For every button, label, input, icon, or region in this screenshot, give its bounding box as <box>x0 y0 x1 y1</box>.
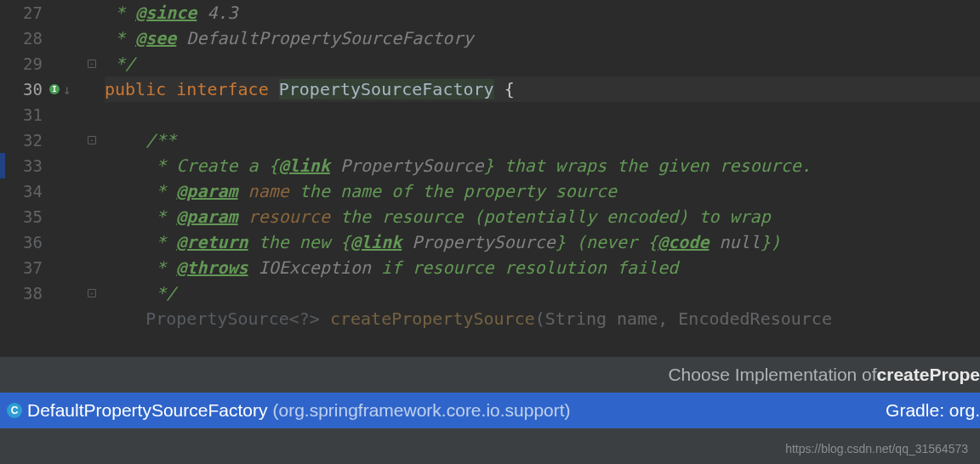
javadoc-end: */ <box>145 283 176 303</box>
fold-end-icon[interactable]: - <box>88 289 96 297</box>
line-number: 30 <box>0 80 47 99</box>
gutter-line: 33 <box>0 153 98 178</box>
comment-text: the name of the property source <box>289 181 617 201</box>
fold-end-icon[interactable]: - <box>88 59 96 68</box>
implementation-class-name: DefaultPropertySourceFactory <box>27 400 267 421</box>
code-line <box>105 102 980 127</box>
line-number: 38 <box>0 284 47 303</box>
method-args: (String name, EncodedResource <box>535 308 832 329</box>
param-name: name <box>238 181 289 201</box>
comment-text: } that wraps the given resource. <box>484 156 812 176</box>
doctag-param: @param <box>176 181 237 201</box>
comment-class-ref: PropertySource <box>330 156 484 176</box>
line-number: 32 <box>0 131 47 150</box>
line-number: 29 <box>0 54 47 73</box>
line-number: 34 <box>0 182 47 201</box>
code-line: */ <box>105 280 980 306</box>
gutter-line: 30 I ↓ <box>0 76 98 102</box>
keyword-interface: interface <box>176 79 278 99</box>
code-line: * @return the new {@link PropertySource}… <box>105 229 980 255</box>
comment-text: the new { <box>248 232 350 252</box>
line-number: 28 <box>0 29 47 48</box>
code-line: * @param name the name of the property s… <box>105 178 980 204</box>
fold-start-icon[interactable]: - <box>88 136 96 144</box>
comment-class-ref: PropertySource <box>402 232 556 252</box>
code-editor: 27 28 29 - 30 I ↓ 31 32 - 33 34 35 36 37… <box>0 0 980 464</box>
line-number: 33 <box>0 156 47 175</box>
param-name: resource <box>238 207 330 227</box>
comment-text: }) <box>761 232 781 252</box>
gutter-line: 27 <box>0 0 98 25</box>
comment-text: if resource resolution failed <box>371 257 678 278</box>
comment-star: * <box>105 3 135 23</box>
comment-star: * <box>145 207 176 227</box>
comment-star: * <box>145 181 176 201</box>
gutter-line: 28 <box>0 25 98 51</box>
comment-end: */ <box>105 54 135 74</box>
doctag-param: @param <box>176 207 237 227</box>
doctag-return: @return <box>176 232 248 252</box>
gutter-line: 31 <box>0 102 98 127</box>
gutter-line: 32 - <box>0 127 98 153</box>
popup-title-method: createPrope <box>877 365 980 385</box>
comment-text: } (never { <box>556 232 658 252</box>
doctag-see: @see <box>135 28 176 48</box>
popup-title-prefix: Choose Implementation of <box>668 365 876 385</box>
line-number: 36 <box>0 233 47 252</box>
code-line: * @param resource the resource (potentia… <box>105 204 980 229</box>
code-line: * @throws IOException if resource resolu… <box>105 255 980 280</box>
gutter-line: 38 - <box>0 280 98 306</box>
brace: { <box>494 79 515 99</box>
javadoc-open: /** <box>145 130 176 150</box>
comment-class-ref: DefaultPropertySourceFactory <box>176 28 473 48</box>
gutter-line: 34 <box>0 178 98 204</box>
comment-star: * <box>145 156 176 176</box>
implementation-item-selected[interactable]: C DefaultPropertySourceFactory (org.spri… <box>0 393 980 428</box>
method-name: createPropertySource <box>330 308 535 329</box>
implementation-source: Gradle: org. <box>886 400 980 421</box>
exception-name: IOException <box>248 257 372 278</box>
gutter-line: 36 <box>0 229 98 255</box>
comment-text: null <box>709 232 761 252</box>
line-number: 31 <box>0 105 47 124</box>
class-icon: C <box>7 403 22 418</box>
code-line-current: public interface PropertySourceFactory { <box>105 76 980 102</box>
code-line: * @see DefaultPropertySourceFactory <box>105 25 980 51</box>
comment-star: * <box>145 232 176 252</box>
implementation-package: (org.springframework.core.io.support) <box>272 400 570 421</box>
doctag-code: @code <box>658 232 709 252</box>
line-number: 37 <box>0 258 47 277</box>
implementations-gutter-icon[interactable]: I <box>49 84 60 94</box>
doctag-link: @link <box>279 156 330 176</box>
return-type: PropertySource<?> <box>145 308 330 329</box>
comment-text: Create a { <box>176 156 278 176</box>
keyword-public: public <box>105 79 176 99</box>
doctag-since: @since <box>135 3 197 23</box>
comment-text: the resource (potentially encoded) to wr… <box>330 207 771 227</box>
code-line: /** <box>105 127 980 153</box>
comment-star: * <box>145 257 176 278</box>
watermark-text: https://blog.csdn.net/qq_31564573 <box>0 437 975 461</box>
choose-implementation-popup: Choose Implementation of createPrope C D… <box>0 357 980 464</box>
line-number: 27 <box>0 3 47 22</box>
code-line: * Create a {@link PropertySource} that w… <box>105 153 980 178</box>
gutter-line: 29 - <box>0 51 98 76</box>
code-line: */ <box>105 51 980 76</box>
code-line: PropertySource<?> createPropertySource(S… <box>105 306 980 331</box>
doctag-link: @link <box>350 232 402 252</box>
navigate-down-icon[interactable]: ↓ <box>63 82 71 98</box>
doctag-throws: @throws <box>176 257 248 278</box>
comment-star: * <box>105 28 135 48</box>
popup-title: Choose Implementation of createPrope <box>0 357 980 393</box>
change-marker-icon[interactable] <box>0 153 5 178</box>
line-number: 35 <box>0 207 47 226</box>
comment-text: 4.3 <box>197 3 237 23</box>
gutter-line: 37 <box>0 255 98 280</box>
class-name: PropertySourceFactory <box>279 79 494 99</box>
code-line: * @since 4.3 <box>105 0 980 25</box>
gutter-line: 35 <box>0 204 98 229</box>
